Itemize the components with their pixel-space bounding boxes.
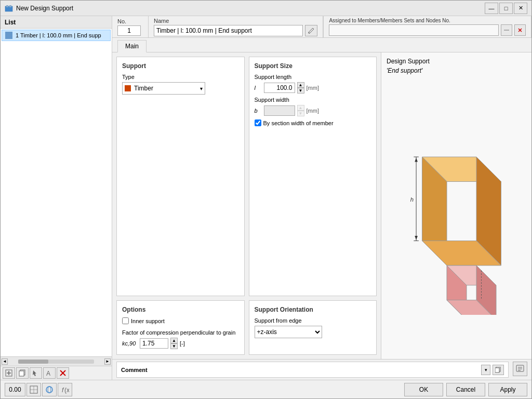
bottom-toolbar: 0.00 f(x) OK Cancel Apply — [1, 380, 531, 398]
cancel-button[interactable]: Cancel — [446, 383, 485, 396]
kc90-label: kc,90 — [122, 340, 138, 347]
kc-up-button[interactable]: ▲ — [170, 338, 178, 343]
viz-subtitle: 'End support' — [387, 67, 526, 74]
coord-label: 0.00 — [9, 386, 21, 393]
support-size-section: Support Size Support length l ▲ ▼ — [249, 57, 377, 296]
width-spinner: ▲ ▼ — [297, 105, 304, 116]
rename-button[interactable]: A — [43, 367, 56, 379]
svg-text:(x): (x) — [64, 387, 69, 394]
assigned-row — [329, 24, 526, 36]
tab-main[interactable]: Main — [117, 40, 147, 52]
top-area: List 1 Timber | l: 100.0 mm | End supp ◄… — [1, 16, 531, 380]
name-input[interactable] — [154, 25, 303, 36]
view-button[interactable] — [26, 383, 41, 396]
name-edit-button[interactable] — [305, 25, 317, 36]
scroll-left-arrow[interactable]: ◄ — [2, 358, 8, 365]
list-item[interactable]: 1 Timber | l: 100.0 mm | End supp — [2, 30, 111, 41]
comment-input[interactable] — [152, 366, 479, 374]
support-size-row: Support Type Timber ▾ — [112, 52, 381, 300]
list-header: List — [1, 16, 112, 29]
new-button[interactable] — [3, 367, 15, 379]
from-edge-label: Support from edge — [255, 317, 371, 324]
length-up-button[interactable]: ▲ — [297, 82, 304, 88]
width-up-button[interactable]: ▲ — [297, 105, 304, 111]
window-controls: — □ ✕ — [485, 3, 527, 14]
length-input[interactable] — [264, 83, 295, 93]
svg-marker-26 — [415, 236, 418, 240]
list-nav: A — [1, 366, 112, 380]
by-section-checkbox[interactable] — [255, 119, 261, 126]
support-orientation-section: Support Orientation Support from edge +z… — [249, 300, 377, 355]
select-arrow-icon: ▾ — [200, 86, 203, 91]
minimize-button[interactable]: — — [485, 3, 498, 14]
kc-row: kc,90 ▲ ▼ [-] — [122, 338, 239, 349]
by-section-width-row: By section width of member — [255, 119, 371, 126]
maximize-button[interactable]: □ — [499, 3, 513, 14]
kc-spinner: ▲ ▼ — [170, 338, 178, 349]
svg-point-49 — [48, 387, 51, 393]
no-input[interactable] — [117, 25, 141, 36]
length-l-label: l — [255, 85, 262, 91]
width-down-button[interactable]: ▼ — [297, 111, 304, 116]
support-title: Support — [122, 62, 239, 70]
formula-button[interactable]: f(x) — [58, 383, 72, 396]
assigned-input[interactable] — [329, 24, 499, 36]
type-select[interactable]: Timber ▾ — [122, 82, 205, 95]
right-panel: No. Name Assigned to Members/Me — [112, 16, 531, 380]
ok-button[interactable]: OK — [404, 383, 443, 396]
kc-down-button[interactable]: ▼ — [170, 343, 178, 349]
timber-icon — [125, 85, 131, 91]
apply-button[interactable]: Apply — [488, 383, 527, 396]
scroll-right-arrow[interactable]: ► — [104, 358, 111, 365]
assigned-remove-button[interactable] — [514, 24, 526, 36]
viz-panel: Design Support 'End support' — [381, 52, 531, 359]
comment-copy-button[interactable] — [493, 365, 504, 375]
kc90-unit: [-] — [180, 340, 185, 347]
svg-rect-7 — [19, 371, 24, 376]
options-title: Options — [122, 306, 239, 313]
length-down-button[interactable]: ▼ — [297, 88, 304, 94]
dialog-buttons: OK Cancel Apply — [404, 383, 527, 396]
svg-rect-1 — [6, 5, 8, 7]
assigned-add-button[interactable] — [501, 24, 512, 36]
comment-dropdown-button[interactable]: ▾ — [481, 365, 490, 375]
orientation-title: Support Orientation — [255, 306, 371, 313]
name-row — [154, 25, 317, 36]
main-content: List 1 Timber | l: 100.0 mm | End supp ◄… — [1, 16, 531, 398]
no-label: No. — [117, 18, 143, 24]
scroll-track — [18, 360, 94, 364]
width-unit: [mm] — [307, 108, 319, 114]
select-button[interactable] — [30, 367, 42, 379]
kc90-input[interactable] — [140, 338, 168, 349]
tabs: Main — [112, 38, 531, 52]
by-section-label: By section width of member — [263, 120, 334, 126]
assigned-label: Assigned to Members/Members Sets and Nod… — [329, 18, 526, 23]
inner-support-checkbox[interactable] — [122, 317, 129, 324]
options-section: Options Inner support Factor of compress… — [116, 300, 245, 355]
coord-button[interactable]: 0.00 — [5, 383, 25, 396]
svg-rect-40 — [495, 368, 499, 373]
comment-action-button[interactable] — [513, 362, 527, 376]
assigned-section: Assigned to Members/Members Sets and Nod… — [323, 16, 531, 38]
width-input[interactable] — [264, 105, 295, 116]
type-value: Timber — [134, 85, 153, 92]
delete-button[interactable] — [57, 367, 69, 379]
comment-label: Comment — [121, 367, 148, 373]
window-title: New Design Support — [16, 5, 485, 12]
compression-label: Factor of compression perpendicular to g… — [122, 329, 239, 336]
close-button[interactable]: ✕ — [514, 3, 527, 14]
list-scrollbar: ◄ ► — [1, 356, 112, 366]
width-b-label: b — [255, 108, 262, 114]
top-fields: No. Name Assigned to Members/Me — [112, 16, 531, 38]
bottom-row: Options Inner support Factor of compress… — [112, 300, 381, 359]
from-edge-select[interactable]: +z-axis -z-axis +y-axis -y-axis — [255, 326, 322, 338]
model-button[interactable] — [42, 383, 57, 396]
viz-title: Design Support — [387, 58, 526, 65]
viz-area: h b — [387, 78, 526, 354]
length-row: l ▲ ▼ [mm] — [255, 82, 371, 94]
svg-text:h: h — [410, 196, 413, 203]
copy-button[interactable] — [16, 367, 29, 379]
type-label: Type — [122, 74, 239, 80]
list-panel: List 1 Timber | l: 100.0 mm | End supp ◄… — [1, 16, 112, 380]
scroll-thumb[interactable] — [18, 360, 48, 364]
